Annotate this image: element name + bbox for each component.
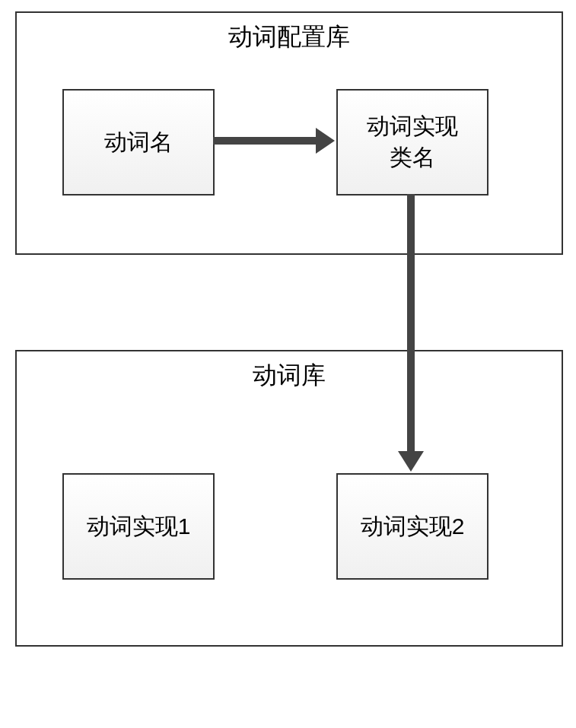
verb-impl-class-name-box: 动词实现 类名 [336, 89, 488, 196]
verb-impl-class-name-label: 动词实现 类名 [367, 111, 458, 173]
arrow-2-line [407, 194, 415, 453]
arrow-1-line [213, 137, 318, 145]
verb-impl-1-label: 动词实现1 [87, 511, 191, 542]
verb-impl-1-box: 动词实现1 [62, 473, 215, 580]
verb-config-library-container: 动词配置库 动词名 动词实现 类名 [15, 11, 563, 255]
container-1-title: 动词配置库 [17, 13, 562, 62]
container-2-title: 动词库 [17, 351, 562, 400]
arrow-2-head [398, 451, 424, 472]
verb-library-container: 动词库 动词实现1 动词实现2 [15, 350, 563, 647]
verb-impl-2-label: 动词实现2 [361, 511, 465, 542]
verb-impl-2-box: 动词实现2 [336, 473, 488, 580]
verb-name-box: 动词名 [62, 89, 215, 196]
verb-name-label: 动词名 [104, 127, 173, 158]
arrow-1-head [316, 128, 335, 154]
